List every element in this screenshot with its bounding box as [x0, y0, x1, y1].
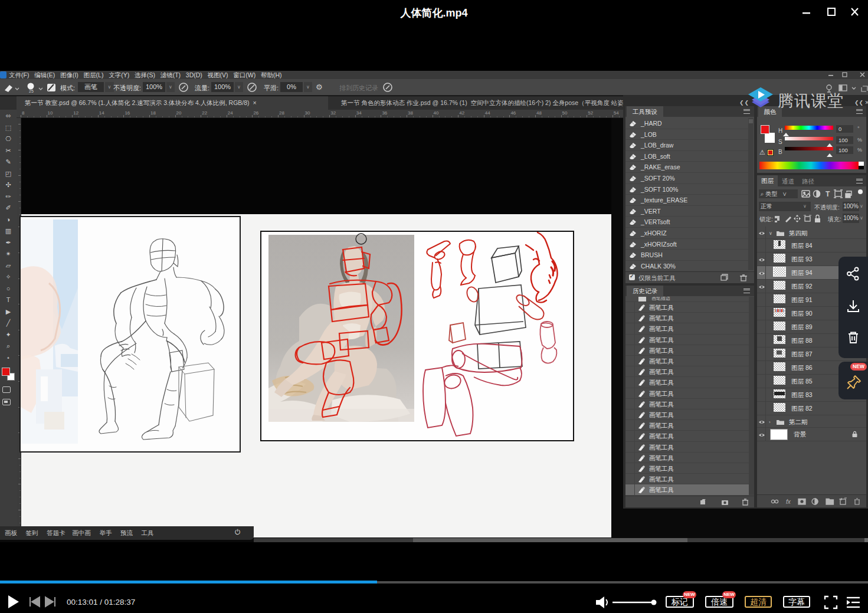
svg-text:T: T [826, 190, 830, 198]
svg-text:fx: fx [786, 499, 791, 505]
svg-text:25: 25 [29, 89, 34, 93]
